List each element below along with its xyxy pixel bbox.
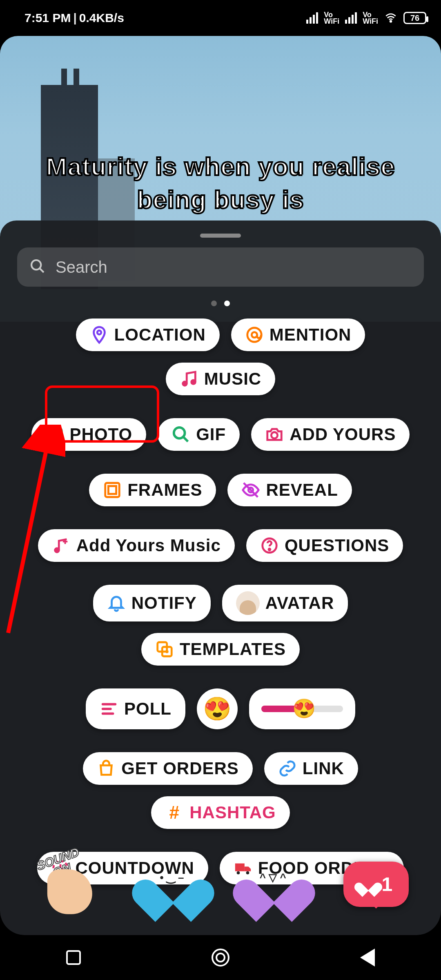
sticker-label: Add Yours Music (76, 536, 221, 555)
page-dot-1[interactable] (211, 301, 217, 306)
battery-icon: 76 (403, 12, 426, 24)
svg-point-3 (97, 330, 101, 334)
sticker-hashtag[interactable]: # HASHTAG (151, 796, 290, 829)
sticker-mention[interactable]: MENTION (231, 318, 365, 351)
sticker-label: GIF (196, 425, 226, 444)
sticker-grid: LOCATION MENTION MUSIC PHOTO (0, 318, 441, 884)
story-caption: Maturity is when you realise being busy … (0, 150, 441, 216)
sticker-sound-on[interactable]: SOUND ON (22, 840, 111, 929)
page-dots (0, 301, 441, 306)
heart-face-icon: • ‿ – (141, 871, 203, 884)
nav-recent-button[interactable] (61, 945, 86, 970)
sticker-label: HASHTAG (189, 803, 276, 822)
poll-icon (100, 699, 118, 718)
wifi-icon (384, 12, 398, 24)
slider-thumb-icon: 😍 (292, 697, 316, 719)
svg-point-10 (174, 428, 185, 439)
svg-rect-13 (105, 483, 120, 497)
sticker-music[interactable]: MUSIC (166, 363, 275, 395)
frames-icon (103, 481, 122, 499)
sticker-like-count[interactable]: 1 (343, 862, 409, 907)
sticker-reveal[interactable]: REVEAL (227, 474, 352, 506)
heart-eyes-icon: 😍 (203, 695, 232, 722)
sheet-grabber[interactable] (200, 234, 241, 238)
svg-point-6 (183, 382, 187, 386)
sticker-add-yours[interactable]: ADD YOURS (251, 418, 410, 451)
templates-icon (155, 640, 174, 659)
mention-icon (245, 325, 264, 344)
sticker-heart-purple[interactable]: ^ ▽ ^ (242, 853, 303, 915)
search-placeholder: Search (56, 258, 107, 276)
sticker-label: PHOTO (70, 425, 133, 444)
nav-home-button[interactable] (208, 945, 233, 970)
sticker-label: ADD YOURS (290, 425, 396, 444)
bottom-sticker-row: SOUND ON • ‿ – ^ ▽ ^ 1 (0, 849, 441, 919)
sticker-sheet[interactable]: Search LOCATION MENTION (0, 220, 441, 935)
svg-point-4 (247, 328, 262, 342)
svg-point-7 (192, 380, 196, 384)
photo-icon (45, 425, 64, 444)
sticker-add-yours-music[interactable]: Add Yours Music (38, 529, 235, 562)
sticker-label: LINK (303, 759, 344, 778)
search-icon (29, 258, 46, 276)
signal-icon-2 (345, 12, 357, 24)
music-plus-icon (52, 536, 71, 555)
heart-face-icon: ^ ▽ ^ (242, 871, 303, 884)
questions-icon (260, 536, 279, 555)
sticker-label: POLL (124, 699, 172, 719)
android-nav-bar (0, 935, 441, 980)
sticker-photo[interactable]: PHOTO (31, 418, 147, 451)
sticker-emoji-slider[interactable]: 😍 (249, 688, 355, 729)
bell-icon (107, 594, 126, 612)
hashtag-icon: # (165, 803, 184, 822)
sticker-label: MUSIC (204, 369, 261, 389)
svg-point-12 (271, 432, 277, 438)
avatar-icon (236, 591, 260, 615)
bag-icon (97, 759, 116, 778)
heart-icon (360, 877, 376, 891)
svg-rect-14 (109, 486, 116, 494)
status-bar: 7:51 PM | 0.4KB/s Vo WiFi Vo WiFi 76 (0, 0, 441, 36)
sticker-label: REVEAL (266, 480, 338, 500)
svg-line-11 (183, 437, 188, 442)
sticker-label: TEMPLATES (180, 639, 286, 659)
sticker-gif[interactable]: GIF (158, 418, 240, 451)
hand-icon (47, 869, 92, 914)
sticker-label: MENTION (270, 325, 352, 345)
sticker-notify[interactable]: NOTIFY (93, 585, 211, 621)
sticker-questions[interactable]: QUESTIONS (246, 529, 403, 562)
sticker-poll[interactable]: POLL (86, 688, 185, 729)
status-time: 7:51 PM (24, 11, 71, 25)
svg-point-17 (55, 548, 59, 552)
signal-icon (306, 12, 318, 24)
like-count: 1 (382, 873, 393, 895)
reveal-icon (241, 481, 260, 499)
sticker-get-orders[interactable]: GET ORDERS (83, 752, 253, 785)
sticker-templates[interactable]: TEMPLATES (141, 633, 300, 666)
status-net-speed: 0.4KB/s (79, 11, 124, 25)
vowifi-label-1: Vo WiFi (324, 11, 339, 24)
link-icon (278, 759, 297, 778)
sticker-link[interactable]: LINK (264, 752, 358, 785)
sticker-label: FRAMES (127, 480, 202, 500)
svg-point-19 (269, 549, 270, 550)
sticker-emoji-reaction[interactable]: 😍 (197, 688, 238, 729)
slider-track: 😍 (261, 706, 343, 712)
gif-search-icon (172, 425, 190, 444)
page-dot-2[interactable] (224, 301, 230, 306)
sticker-label: NOTIFY (131, 593, 197, 613)
sticker-label: QUESTIONS (285, 536, 389, 555)
sticker-label: AVATAR (265, 593, 334, 613)
svg-point-0 (390, 20, 392, 22)
sticker-avatar[interactable]: AVATAR (222, 585, 348, 621)
camera-icon (265, 425, 284, 444)
sticker-label: LOCATION (114, 325, 206, 345)
svg-point-1 (31, 260, 41, 270)
music-icon (180, 370, 198, 388)
sticker-location[interactable]: LOCATION (76, 318, 220, 351)
search-input[interactable]: Search (17, 247, 424, 287)
sticker-frames[interactable]: FRAMES (89, 474, 216, 506)
sticker-label: GET ORDERS (121, 759, 239, 778)
nav-back-button[interactable] (355, 945, 380, 970)
sticker-heart-blue[interactable]: • ‿ – (141, 853, 203, 915)
